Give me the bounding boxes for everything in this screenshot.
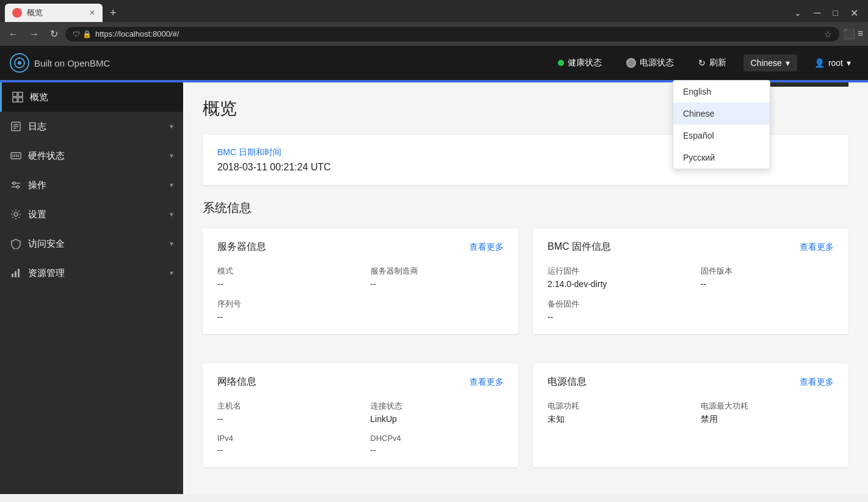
server-bmc-sections: 服务器信息 查看更多 模式 -- 服务器制造商 -- 序列号 <box>203 228 848 349</box>
sidebar-item-hardware[interactable]: 硬件状态 ▾ <box>0 141 183 170</box>
power-consumption-value: 未知 <box>548 414 681 425</box>
extensions-icon[interactable]: ⬛ <box>843 28 855 40</box>
lang-option-english[interactable]: English <box>673 81 770 103</box>
page-title: 概览 <box>203 97 237 120</box>
server-info-title: 服务器信息 <box>217 241 266 253</box>
sidebar: 概览 日志 ▾ 硬件状态 ▾ 操作 ▾ <box>0 82 183 494</box>
overview-icon <box>12 91 24 103</box>
sidebar-item-operations[interactable]: 操作 ▾ <box>0 170 183 200</box>
settings-label: 设置 <box>28 209 164 220</box>
network-hostname-field: 主机名 -- <box>217 401 351 424</box>
operations-icon <box>10 179 22 191</box>
hardware-arrow-icon: ▾ <box>170 151 173 160</box>
server-serial-value: -- <box>217 312 351 322</box>
network-info-view-more[interactable]: 查看更多 <box>469 377 504 388</box>
health-status-button[interactable]: 健康状态 <box>551 54 609 72</box>
menu-icon[interactable]: ≡ <box>858 28 863 40</box>
top-navbar: Built on OpenBMC 健康状态 电源状态 ↻ 刷新 Chinese … <box>0 46 868 80</box>
browser-tab[interactable]: 概览 ✕ <box>5 4 103 22</box>
security-icon <box>10 238 22 250</box>
security-arrow-icon: ▾ <box>170 239 173 248</box>
sidebar-item-resources[interactable]: 资源管理 ▾ <box>0 258 183 288</box>
power-consumption-label: 电源功耗 <box>548 401 681 412</box>
bmc-firmware-card: BMC 固件信息 查看更多 运行固件 2.14.0-dev-dirty 固件版本… <box>533 228 848 334</box>
network-ipv4-label: IPv4 <box>217 434 351 443</box>
power-info-card: 电源信息 查看更多 电源功耗 未知 电源最大功耗 禁用 <box>533 363 848 467</box>
brand-text: Built on OpenBMC <box>34 58 110 68</box>
server-serial-field: 序列号 -- <box>217 299 351 322</box>
maximize-button[interactable]: □ <box>828 5 843 20</box>
svg-point-17 <box>13 182 15 184</box>
svg-rect-4 <box>13 98 17 102</box>
lang-option-spanish[interactable]: Español <box>673 125 770 147</box>
lang-option-russian[interactable]: Русский <box>673 147 770 169</box>
lang-option-chinese[interactable]: Chinese <box>673 103 770 125</box>
security-label: 访问安全 <box>28 238 164 250</box>
operations-label: 操作 <box>28 180 164 191</box>
svg-rect-3 <box>18 92 23 96</box>
network-dhcpv4-value: -- <box>371 445 504 455</box>
logs-label: 日志 <box>28 121 164 133</box>
svg-point-18 <box>16 186 19 188</box>
server-manufacturer-label: 服务器制造商 <box>371 266 504 277</box>
network-ipv4-field: IPv4 -- <box>217 434 351 455</box>
user-chevron-icon: ▾ <box>847 58 851 68</box>
network-hostname-label: 主机名 <box>217 401 351 412</box>
refresh-button[interactable]: ↻ 刷新 <box>691 54 734 72</box>
power-info-view-more[interactable]: 查看更多 <box>800 377 834 388</box>
server-model-field: 模式 -- <box>217 266 351 289</box>
bmc-firmware-grid: 运行固件 2.14.0-dev-dirty 固件版本 -- 备份固件 -- <box>548 266 834 322</box>
tab-list-button[interactable]: ⌄ <box>789 5 806 20</box>
refresh-label: 刷新 <box>709 57 726 68</box>
refresh-icon: ↻ <box>698 58 706 68</box>
new-tab-button[interactable]: + <box>105 7 121 20</box>
close-button[interactable]: ✕ <box>845 5 863 21</box>
server-info-view-more[interactable]: 查看更多 <box>469 242 504 253</box>
openbmc-logo-icon <box>10 53 29 73</box>
server-model-value: -- <box>217 279 351 289</box>
tab-close-button[interactable]: ✕ <box>89 9 95 17</box>
bmc-firmware-view-more[interactable]: 查看更多 <box>800 242 834 253</box>
bookmark-icon[interactable]: ☆ <box>824 29 832 39</box>
browser-actions: ⬛ ≡ <box>843 28 863 40</box>
language-selector[interactable]: Chinese ▾ <box>743 54 797 71</box>
network-connection-value: LinkUp <box>371 414 504 424</box>
security-icons: 🛡 🔒 <box>73 30 92 38</box>
user-icon: 👤 <box>814 58 825 68</box>
refresh-button[interactable]: ↻ <box>46 26 62 42</box>
server-info-card: 服务器信息 查看更多 模式 -- 服务器制造商 -- 序列号 <box>203 228 518 334</box>
bmc-fw-version-label: 固件版本 <box>701 266 834 277</box>
bmc-running-fw-value: 2.14.0-dev-dirty <box>548 279 681 289</box>
url-text: https://localhost:8000/#/ <box>95 29 820 38</box>
network-dhcpv4-field: DHCPv4 -- <box>371 434 504 455</box>
server-serial-label: 序列号 <box>217 299 351 310</box>
server-info-header: 服务器信息 查看更多 <box>217 241 504 253</box>
user-menu[interactable]: 👤 root ▾ <box>807 54 858 71</box>
power-status-label: 电源状态 <box>640 57 674 68</box>
address-bar[interactable]: 🛡 🔒 https://localhost:8000/#/ ☆ <box>65 27 839 42</box>
hardware-label: 硬件状态 <box>28 150 164 162</box>
sidebar-item-logs[interactable]: 日志 ▾ <box>0 112 183 141</box>
power-max-field: 电源最大功耗 禁用 <box>701 401 834 425</box>
minimize-button[interactable]: ─ <box>809 5 825 21</box>
bmc-backup-fw-label: 备份固件 <box>548 299 681 310</box>
sidebar-item-security[interactable]: 访问安全 ▾ <box>0 229 183 258</box>
power-dot-icon <box>626 58 636 68</box>
power-consumption-field: 电源功耗 未知 <box>548 401 681 425</box>
sidebar-item-settings[interactable]: 设置 ▾ <box>0 200 183 229</box>
lock-icon: 🔒 <box>82 30 92 38</box>
svg-rect-2 <box>13 92 17 96</box>
server-manufacturer-field: 服务器制造商 -- <box>371 266 504 289</box>
power-status-button[interactable]: 电源状态 <box>619 54 681 72</box>
bmc-fw-version-field: 固件版本 -- <box>701 266 834 289</box>
bmc-backup-fw-value: -- <box>548 312 681 322</box>
tab-label: 概览 <box>27 7 84 18</box>
bmc-fw-version-value: -- <box>701 279 834 289</box>
logs-arrow-icon: ▾ <box>170 122 173 131</box>
back-button[interactable]: ← <box>5 26 22 42</box>
power-info-grid: 电源功耗 未知 电源最大功耗 禁用 <box>548 401 834 425</box>
sidebar-item-overview[interactable]: 概览 <box>0 82 183 112</box>
forward-button[interactable]: → <box>26 26 43 42</box>
sol-console-button[interactable]: SOL控制台 → <box>764 82 848 87</box>
overview-label: 概览 <box>30 92 173 103</box>
